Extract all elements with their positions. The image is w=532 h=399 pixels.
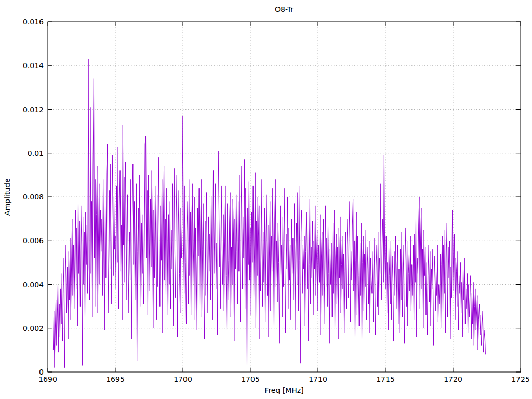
x-tick-label: 1715 xyxy=(376,375,395,383)
y-tick-label: 0 xyxy=(39,368,44,376)
y-tick-label: 0.008 xyxy=(23,193,44,201)
y-tick-label: 0.012 xyxy=(23,105,44,114)
y-tick-label: 0.016 xyxy=(23,18,44,26)
y-axis-label: Amplitude xyxy=(3,178,11,216)
x-tick-label: 1720 xyxy=(444,375,462,383)
x-tick-label: 1725 xyxy=(511,375,530,383)
y-tick-label: 0.014 xyxy=(23,61,44,70)
x-tick-label: 1710 xyxy=(309,375,327,383)
y-tick-label: 0.006 xyxy=(23,236,44,245)
y-tick-label: 0.002 xyxy=(23,324,44,332)
spectrum-trace xyxy=(53,59,485,368)
x-tick-label: 1695 xyxy=(106,375,125,383)
x-tick-label: 1690 xyxy=(38,375,57,383)
x-tick-label: 1700 xyxy=(174,375,192,383)
y-tick-label: 0.01 xyxy=(28,149,44,157)
x-tick-label: 1705 xyxy=(241,375,260,383)
x-axis-label: Freq [MHz] xyxy=(48,386,521,394)
chart-title: O8-Tr xyxy=(48,5,521,14)
chart-page: 1690169517001705171017151720172500.0020.… xyxy=(0,0,532,399)
y-tick-label: 0.004 xyxy=(23,281,44,289)
spectrum-plot: 1690169517001705171017151720172500.0020.… xyxy=(0,0,532,399)
